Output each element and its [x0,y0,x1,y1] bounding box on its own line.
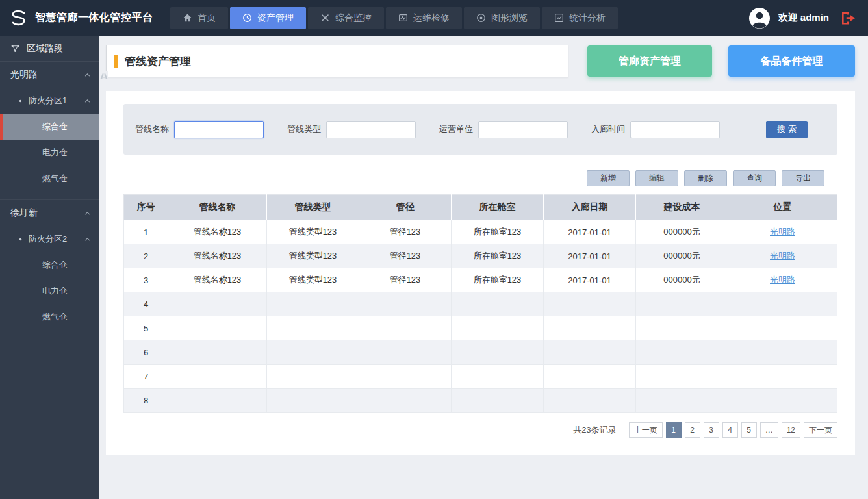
entry-time-input[interactable] [630,121,720,138]
table-cell [544,292,636,316]
pipeline-name-input[interactable] [174,121,264,138]
app-window: 智慧管廊一体化管控平台 首页资产管理综合监控运维检修图形浏览统计分析 欢迎 ad… [0,0,868,499]
table-cell: 管径123 [359,268,452,292]
spare-parts-button[interactable]: 备品备件管理 [728,45,855,77]
nav-item-monitor[interactable]: 综合监控 [308,7,384,29]
location-link[interactable]: 光明路 [770,227,795,237]
table-cell: 4 [124,292,168,316]
sidebar-tree: 光明路防火分区1综合仓电力仓燃气仓徐圩新防火分区2综合仓电力仓燃气仓 [0,62,99,330]
action-export-button[interactable]: 导出 [782,170,824,186]
nav-item-asset[interactable]: 资产管理 [230,7,306,29]
table-cell: 000000元 [636,268,728,292]
sidebar-item[interactable]: 电力仓 [0,140,99,166]
table-cell: 管线名称123 [168,220,267,244]
sidebar-item-label: 燃气仓 [42,311,68,323]
sidebar-item[interactable]: 电力仓 [0,278,99,304]
table-cell [359,389,452,413]
brand: 智慧管廊一体化管控平台 [0,8,170,28]
table-cell: 8 [124,389,168,413]
pipeline-type-input[interactable] [326,121,416,138]
sidebar-header-label: 区域路段 [27,43,63,55]
column-header: 建设成本 [636,195,728,220]
nav-item-label: 资产管理 [257,12,294,24]
sidebar-group-toggle[interactable]: 光明路 [0,62,99,88]
nav-item-statistics[interactable]: 统计分析 [542,7,618,29]
page-button-4[interactable]: 4 [722,422,738,438]
action-query-button[interactable]: 查询 [733,170,776,186]
table-row: 8 [124,389,837,413]
table-cell [452,389,544,413]
asset-icon [242,13,252,23]
sidebar-group-toggle[interactable]: 徐圩新 [0,200,99,226]
table-cell: 管线名称123 [168,244,267,268]
sidebar-item-label: 电力仓 [42,285,68,297]
table-cell: 管线类型123 [267,220,359,244]
table-cell [728,340,837,365]
table-cell [168,292,267,316]
table-cell [267,389,359,413]
chevron-up-icon [84,236,91,243]
table-cell: 管线类型123 [267,268,359,292]
table-cell [168,389,267,413]
column-header: 管线类型 [267,195,359,220]
sidebar-item[interactable]: 综合仓 [0,252,99,278]
prev-page-button[interactable]: 上一页 [629,422,663,438]
sidebar-section-toggle[interactable]: 防火分区1 [0,88,99,114]
table-cell [728,292,837,316]
table-cell [359,316,452,340]
page-button-12[interactable]: 12 [782,422,800,438]
table-cell [636,389,728,413]
search-field-label: 运营单位 [439,123,473,135]
page-button-3[interactable]: 3 [704,422,719,438]
sidebar-item[interactable]: 燃气仓 [0,304,99,330]
location-link[interactable]: 光明路 [770,275,795,285]
page-button-2[interactable]: 2 [685,422,700,438]
table-cell: 光明路 [728,268,837,292]
table-cell [168,365,267,389]
table-cell: 所在舱室123 [452,268,544,292]
content-card: 管线名称管线类型运营单位入廊时间 搜 索 新增编辑删除查询导出 序号管线名称管线… [106,91,855,455]
nav-item-label: 图形浏览 [491,12,528,24]
nav-item-graphics[interactable]: 图形浏览 [464,7,540,29]
next-page-button[interactable]: 下一页 [804,422,837,438]
page-button-5[interactable]: 5 [741,422,757,438]
logout-button[interactable] [839,9,858,27]
sidebar-section-label: 防火分区2 [29,233,67,245]
nav-item-label: 首页 [198,12,216,24]
sidebar: 区域路段 光明路防火分区1综合仓电力仓燃气仓徐圩新防火分区2综合仓电力仓燃气仓 [0,36,99,499]
nav-item-maintenance[interactable]: 运维检修 [386,7,462,29]
operator-input[interactable] [478,121,568,138]
sidebar-item-label: 燃气仓 [42,173,68,185]
column-header: 所在舱室 [452,195,544,220]
column-header: 管线名称 [168,195,267,220]
main-nav: 首页资产管理综合监控运维检修图形浏览统计分析 [170,0,618,36]
search-field-label: 管线名称 [135,123,169,135]
table-cell [728,389,837,413]
nav-item-home[interactable]: 首页 [170,7,228,29]
nav-item-label: 运维检修 [413,12,450,24]
maintenance-icon [398,13,408,23]
action-add-button[interactable]: 新增 [587,170,630,186]
welcome-text: 欢迎 admin [778,12,829,24]
logo-icon [9,8,29,28]
sidebar-item[interactable]: 综合仓 [0,114,99,140]
table-cell [452,292,544,316]
sidebar-group-label: 光明路 [10,69,38,81]
monitor-icon [320,13,330,23]
table-cell: 光明路 [728,244,837,268]
table-row: 3管线名称123管线类型123管径123所在舱室1232017-01-01000… [124,268,837,292]
search-field-label: 入廊时间 [591,123,625,135]
action-delete-button[interactable]: 删除 [684,170,727,186]
page-ellipsis: … [760,422,778,438]
sidebar-item[interactable]: 燃气仓 [0,166,99,192]
search-button[interactable]: 搜 索 [766,121,808,138]
corridor-asset-button[interactable]: 管廊资产管理 [587,45,712,77]
location-link[interactable]: 光明路 [770,251,795,261]
sidebar-section-toggle[interactable]: 防火分区2 [0,226,99,252]
page-button-1[interactable]: 1 [666,422,682,438]
action-edit-button[interactable]: 编辑 [635,170,678,186]
table-head: 序号管线名称管线类型管径所在舱室入廊日期建设成本位置 [124,195,837,220]
search-field: 管线类型 [287,121,416,138]
page-header: 管线资产管理 管廊资产管理 备品备件管理 [106,45,855,77]
table-cell [168,340,267,365]
